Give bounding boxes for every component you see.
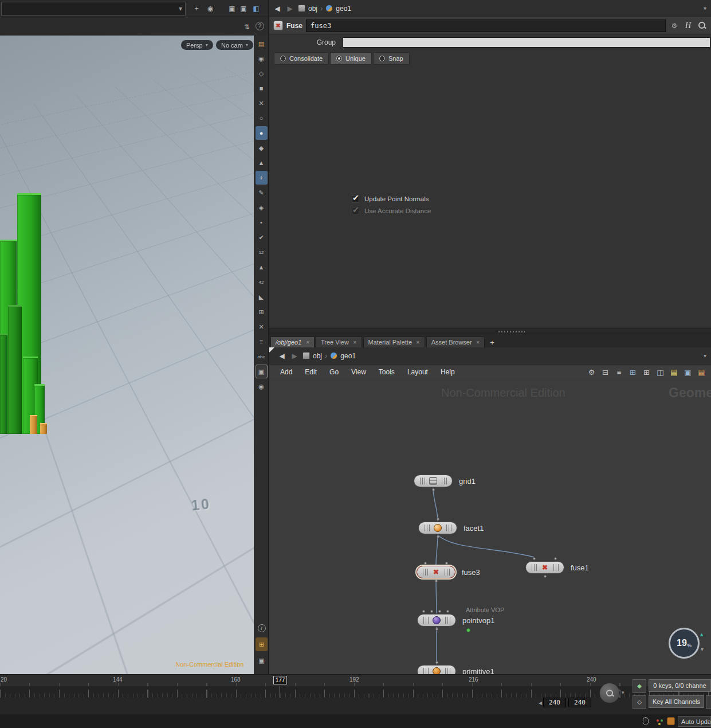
character-pick-icon[interactable]: ◈ [256,201,268,214]
node-input-connector[interactable] [533,557,536,560]
breadcrumb-root[interactable]: obj [313,352,322,360]
search-icon[interactable] [697,21,707,31]
record-icon[interactable]: ◉ [205,3,215,14]
node-input-connector[interactable] [554,557,557,560]
pane-menu-icon[interactable]: ▾ [704,5,708,11]
show-handles-icon[interactable]: ✎ [256,186,268,199]
mode-snap-radio[interactable]: Snap [373,52,410,65]
prim-normals-icon[interactable]: ▲ [256,260,268,274]
normal-lighting-icon[interactable]: ○ [256,111,268,125]
node-facet1[interactable]: facet1 [418,522,457,534]
playback-end-frame-field[interactable] [568,698,591,707]
tab-asset-browser[interactable]: Asset Browser ✕ [426,336,485,347]
menu-view[interactable]: View [345,368,372,376]
set-key-button[interactable]: ◆ [633,679,646,693]
tab-obj-geo1[interactable]: /obj/geo1 ✕ [270,336,315,347]
ghost-other-objects-icon[interactable]: ◇ [256,66,268,80]
node-input-connector[interactable] [438,610,441,613]
new-tab-button[interactable]: + [486,338,498,347]
duplicate-icon[interactable]: ◫ [655,367,665,377]
remove-key-button[interactable]: ◇ [633,695,646,709]
point-numbers-icon[interactable]: 12 [256,245,268,259]
node-fuse1[interactable]: ✖ fuse1 [525,561,564,574]
back-icon[interactable]: ◀ [273,5,282,13]
node-fuse3[interactable]: ✖ fuse3 [417,566,455,578]
forward-icon[interactable]: ▶ [290,352,299,360]
scene-viewport[interactable]: 10 Persp ▾ No cam ▾ Non-Commercial Editi… [0,36,254,674]
node-input-connector[interactable] [430,610,433,613]
grid-display-icon[interactable]: ⊞ [628,367,638,377]
secure-selection-icon[interactable]: + [256,171,268,185]
node-output-connector[interactable] [544,575,547,578]
pane-splitter[interactable] [269,328,711,334]
network-canvas[interactable]: Non-Commercial Edition Geome grid1 [269,378,711,674]
notes-icon[interactable]: ▤ [669,367,679,377]
node-name-field[interactable] [306,19,666,32]
render-flag-badge[interactable] [466,628,470,632]
global-end-frame-field[interactable] [543,698,566,707]
no-lighting-icon[interactable]: ✕ [256,96,268,110]
node-input-connector[interactable] [424,562,427,565]
node-pointvop1[interactable]: Attribute VOP pointvop1 [417,614,456,627]
tab-close-icon[interactable]: ✕ [416,340,420,345]
sort-order-icon[interactable]: ⇅ [242,22,252,32]
background-image-icon[interactable]: ▣ [256,365,268,378]
presets-gear-icon[interactable]: ⚙ [669,21,679,31]
default-lighting-icon[interactable]: ◉ [256,379,268,393]
tab-close-icon[interactable]: ✕ [305,340,309,345]
node-output-connector[interactable] [435,580,438,582]
back-icon[interactable]: ◀ [277,352,286,360]
node-input-connector[interactable] [437,518,439,520]
mode-consolidate-radio[interactable]: Consolidate [274,52,329,65]
hide-other-objects-icon[interactable]: ◉ [256,52,268,65]
tab-tree-view[interactable]: Tree View ✕ [316,336,362,347]
camera-link-menu[interactable]: No cam ▾ [216,40,253,50]
shadows-icon[interactable]: ▲ [256,156,268,170]
group-input[interactable] [343,37,710,48]
node-primitive1[interactable]: primitive1 [417,665,456,674]
zoom-dropdown-icon[interactable]: ▾ [701,646,704,652]
display-options-icon[interactable]: ▤ [256,37,268,50]
headlight-only-icon[interactable]: ● [256,126,268,140]
hscript-toggle-icon[interactable]: H [683,21,693,31]
breadcrumb-node[interactable]: geo1 [340,352,356,360]
view-cut-icon[interactable]: ✕ [256,320,268,334]
group-list-icon[interactable]: ≡ [256,335,268,349]
playhead[interactable] [280,686,280,698]
menu-edit[interactable]: Edit [298,368,323,376]
menu-help[interactable]: Help [434,368,461,376]
keys-info-button[interactable]: 0 keys, 0/0 channe [649,679,711,692]
node-grid1[interactable]: grid1 [414,475,453,487]
key-options-button[interactable] [706,695,711,709]
menu-layout[interactable]: Layout [401,368,434,376]
shelf-set-dropdown[interactable]: ▾ [1,2,186,15]
auto-update-selector[interactable]: Auto Upda [678,716,711,727]
node-input-connector[interactable] [446,610,449,613]
update-point-normals-checkbox[interactable]: ✔ Update Point Normals [352,195,429,202]
info-icon[interactable]: i [256,621,268,635]
snap-options-icon[interactable]: ⊞ [256,305,268,319]
forward-icon[interactable]: ▶ [285,5,294,13]
menu-go[interactable]: Go [323,368,345,376]
snapshot-alt-icon[interactable]: ▣ [238,3,249,14]
pane-maximize-corner[interactable] [269,347,274,353]
points-display-icon[interactable]: • [256,216,268,229]
network-zoom-indicator[interactable]: 19 % [669,628,700,659]
tab-close-icon[interactable]: ✕ [353,340,357,345]
prim-numbers-icon[interactable]: 42 [256,275,268,289]
flipbook-icon[interactable]: ▣ [256,653,268,667]
snapshot-gallery-icon[interactable]: ▣ [683,367,693,377]
pin-icon[interactable]: + [191,3,202,14]
node-input-connector[interactable] [445,562,448,565]
key-all-channels-button[interactable]: Key All Channels [649,695,704,708]
playbar-dropdown-icon[interactable]: ▾ [622,690,624,695]
tools-menu-icon[interactable]: ⚙ [587,367,596,377]
tab-material-palette[interactable]: Material Palette ✕ [363,336,425,347]
current-frame-indicator[interactable]: 177 [273,676,287,684]
node-output-connector[interactable] [432,488,435,491]
help-icon[interactable]: ? [256,22,264,30]
use-accurate-distance-checkbox[interactable]: ✔ Use Accurate Distance [352,207,431,214]
point-markers-icon[interactable]: ✔ [256,230,268,244]
menu-add[interactable]: Add [274,368,298,376]
camera-view-menu[interactable]: Persp ▾ [181,40,213,50]
